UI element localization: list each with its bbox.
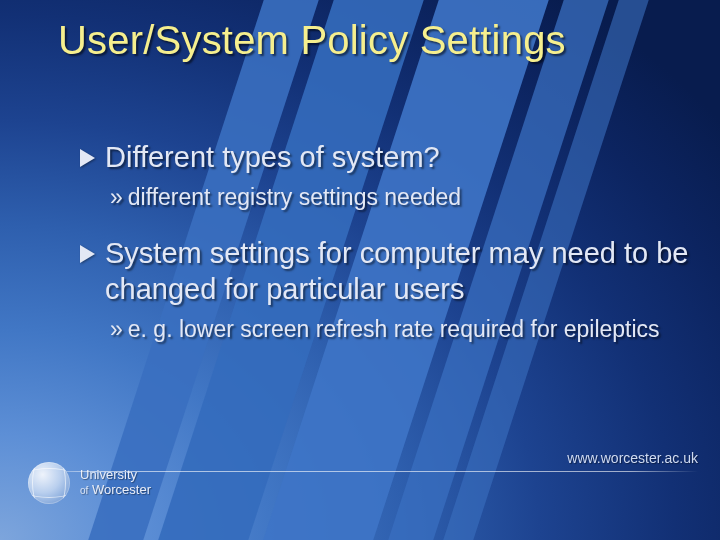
raquo-icon: » [110, 184, 123, 210]
bullet-2: System settings for computer may need to… [80, 236, 690, 307]
chevron-right-icon [80, 149, 95, 167]
chevron-right-icon [80, 245, 95, 263]
globe-icon [28, 462, 70, 504]
institution-line2: Worcester [92, 482, 151, 497]
raquo-icon: » [110, 316, 123, 342]
footer-url: www.worcester.ac.uk [567, 450, 698, 466]
subbullet-2-text: e. g. lower screen refresh rate required… [128, 316, 660, 342]
subbullet-1: »different registry settings needed [110, 183, 690, 212]
bullet-2-text: System settings for computer may need to… [105, 236, 690, 307]
institution-of: of [80, 485, 88, 496]
subbullet-1-text: different registry settings needed [128, 184, 461, 210]
subbullet-2: »e. g. lower screen refresh rate require… [110, 315, 690, 344]
footer-divider [28, 471, 698, 472]
slide-footer: www.worcester.ac.uk University of Worces… [28, 462, 698, 522]
bullet-1-text: Different types of system? [105, 140, 440, 175]
slide-body: Different types of system? »different re… [80, 140, 690, 368]
institution-line1: University [80, 467, 137, 482]
institution-name: University of Worcester [80, 468, 151, 497]
slide-title: User/System Policy Settings [58, 18, 700, 63]
institution-logo: University of Worcester [28, 462, 698, 504]
bullet-1: Different types of system? [80, 140, 690, 175]
